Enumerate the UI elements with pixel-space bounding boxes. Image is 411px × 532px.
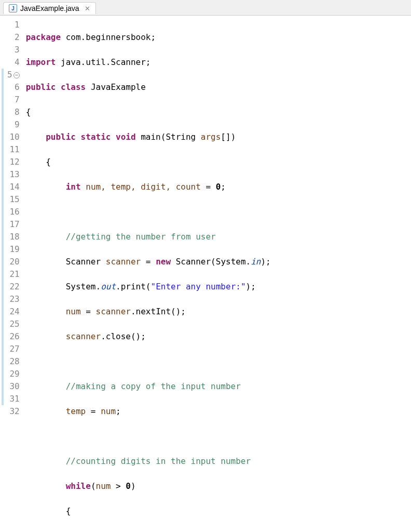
fold-marker-icon[interactable]: − bbox=[13, 72, 20, 78]
code-content[interactable]: package com.beginnersbook; import java.u… bbox=[24, 16, 411, 532]
line-number-gutter: 1 2 3 4 5− 6 7 8 9 10 11 12 13 14 15 16 … bbox=[5, 16, 24, 532]
change-gutter bbox=[0, 16, 5, 532]
close-icon[interactable]: ✕ bbox=[85, 5, 90, 12]
java-file-icon: J bbox=[9, 4, 17, 12]
editor-tab[interactable]: J JavaExample.java ✕ bbox=[3, 2, 96, 14]
editor-tab-bar: J JavaExample.java ✕ bbox=[0, 0, 411, 16]
code-editor[interactable]: 1 2 3 4 5− 6 7 8 9 10 11 12 13 14 15 16 … bbox=[0, 16, 411, 532]
tab-filename: JavaExample.java bbox=[20, 4, 79, 12]
